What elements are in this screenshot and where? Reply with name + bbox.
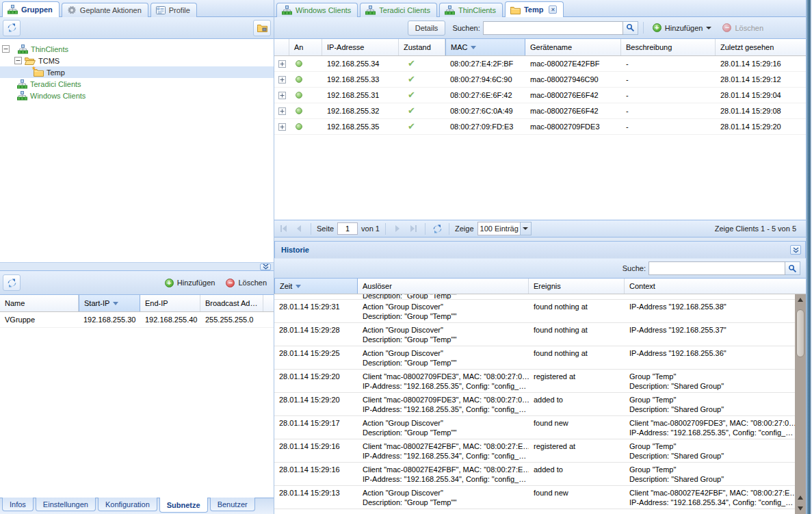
history-event: found nothing at bbox=[529, 300, 625, 322]
row-expander[interactable] bbox=[274, 119, 289, 134]
column-header-beschreibung[interactable]: Beschreibung bbox=[621, 39, 716, 55]
column-header-an[interactable]: An bbox=[289, 39, 322, 55]
column-header-end-ip[interactable]: End-IP bbox=[140, 295, 200, 311]
expand-plus-icon[interactable] bbox=[278, 107, 286, 115]
combo-trigger-button[interactable] bbox=[520, 222, 532, 235]
last-page-button[interactable] bbox=[407, 222, 419, 235]
plus-circle-icon: + bbox=[653, 23, 662, 32]
search-button[interactable] bbox=[623, 21, 638, 35]
history-event: added to bbox=[529, 393, 625, 415]
arrow-up-icon bbox=[798, 496, 803, 500]
tree-item-thinclients[interactable]: ThinClients bbox=[0, 43, 274, 55]
subnet-row[interactable]: VGruppe 192.168.255.30 192.168.255.40 25… bbox=[0, 312, 274, 328]
tree-item-temp[interactable]: ★ Temp bbox=[0, 66, 274, 78]
tree-item-windows-clients[interactable]: Windows Clients bbox=[0, 90, 274, 101]
expand-plus-icon[interactable] bbox=[278, 123, 286, 131]
collapse-minus-icon[interactable] bbox=[14, 57, 22, 64]
next-page-button[interactable] bbox=[391, 222, 404, 235]
history-row[interactable]: 28.01.14 15:29:17 Action "Group Discover… bbox=[274, 416, 795, 439]
client-row[interactable]: 192.168.255.35 ✔ 08:00:27:09:FD:E3 mac-0… bbox=[274, 119, 806, 135]
scroll-down-button[interactable] bbox=[795, 503, 806, 514]
column-header-broadcast[interactable]: Broadcast Ad… bbox=[200, 295, 263, 311]
add-client-button[interactable]: + Hinzufügen bbox=[649, 21, 716, 36]
delete-client-button[interactable]: − Löschen bbox=[718, 21, 768, 36]
scroll-up-button-bottom[interactable] bbox=[795, 492, 806, 503]
tab-gruppen[interactable]: Gruppen bbox=[2, 1, 60, 17]
history-row[interactable]: 28.01.14 15:29:20 Client "mac-08002709FD… bbox=[274, 393, 795, 416]
group-tree: ThinClients TCMS ★ Temp Teradici Clients bbox=[0, 39, 274, 262]
details-button[interactable]: Details bbox=[408, 21, 446, 36]
subnet-add-button[interactable]: + Hinzufügen bbox=[161, 275, 220, 290]
close-tab-icon[interactable]: × bbox=[549, 5, 557, 14]
tree-item-tcms[interactable]: TCMS bbox=[0, 55, 274, 66]
tab-thinclients[interactable]: ThinClients bbox=[439, 3, 503, 17]
tree-item-teradici-clients[interactable]: Teradici Clients bbox=[0, 78, 274, 90]
column-header-ip[interactable]: IP-Adresse bbox=[322, 39, 399, 55]
history-row[interactable]: 28.01.14 15:29:13 Action "Group Discover… bbox=[274, 486, 795, 509]
collapse-panel-button[interactable] bbox=[260, 264, 271, 270]
column-header-name[interactable]: Name bbox=[0, 295, 79, 311]
tab-geplante-aktionen[interactable]: Geplante Aktionen bbox=[62, 3, 148, 17]
history-row[interactable]: 28.01.14 15:29:20 Client "mac-08002709FD… bbox=[274, 370, 795, 393]
history-row[interactable]: 28.01.14 15:29:28 Action "Group Discover… bbox=[274, 323, 795, 346]
history-row[interactable]: 28.01.14 15:29:16 Client "mac-080027E42F… bbox=[274, 439, 795, 463]
history-search-input[interactable] bbox=[649, 261, 785, 275]
folder-options-button[interactable] bbox=[253, 20, 271, 36]
tab-teradici-clients[interactable]: Teradici Clients bbox=[360, 3, 437, 17]
history-row[interactable]: 28.01.14 15:29:25 Action "Group Discover… bbox=[274, 346, 795, 370]
column-header-zeit[interactable]: Zeit bbox=[274, 279, 358, 294]
history-search-button[interactable] bbox=[785, 261, 800, 275]
prev-page-button[interactable] bbox=[293, 222, 305, 235]
page-of-label: von 1 bbox=[361, 224, 380, 233]
historie-panel-header[interactable]: Historie bbox=[274, 241, 806, 258]
tab-infos[interactable]: Infos bbox=[2, 498, 34, 511]
tab-subnetze[interactable]: Subnetze bbox=[159, 498, 208, 513]
row-expander[interactable] bbox=[274, 56, 289, 71]
expand-plus-icon[interactable] bbox=[278, 92, 286, 99]
row-expander[interactable] bbox=[274, 72, 289, 87]
client-row[interactable]: 192.168.255.33 ✔ 08:00:27:94:6C:90 mac-0… bbox=[274, 72, 806, 88]
page-size-combo[interactable]: 100 Einträg bbox=[477, 222, 532, 235]
row-expander[interactable] bbox=[274, 88, 289, 103]
search-input[interactable] bbox=[483, 21, 623, 35]
page-number-input[interactable] bbox=[337, 222, 358, 235]
column-header-start-ip[interactable]: Start-IP bbox=[79, 295, 140, 311]
tab-konfiguration[interactable]: Konfiguration bbox=[98, 498, 157, 511]
history-row-clipped[interactable]: Description: "Group "Temp"" bbox=[274, 294, 795, 300]
column-header-ausloeser[interactable]: Auslöser bbox=[358, 279, 529, 294]
expand-plus-icon[interactable] bbox=[278, 76, 286, 83]
history-row[interactable]: 28.01.14 15:29:16 Client "mac-080027E42F… bbox=[274, 463, 795, 486]
column-header-context[interactable]: Context bbox=[625, 279, 795, 294]
scroll-up-button[interactable] bbox=[795, 294, 806, 305]
scrollbar-thumb[interactable] bbox=[796, 309, 804, 357]
tab-benutzer[interactable]: Benutzer bbox=[210, 498, 255, 511]
collapse-minus-icon[interactable] bbox=[2, 45, 10, 53]
tab-temp[interactable]: Temp × bbox=[505, 1, 564, 17]
client-row[interactable]: 192.168.255.34 ✔ 08:00:27:E4:2F:BF mac-0… bbox=[274, 56, 806, 72]
profile-icon bbox=[156, 6, 166, 14]
first-page-button[interactable] bbox=[277, 222, 289, 235]
collapsed-east-splitter[interactable] bbox=[807, 0, 811, 514]
tab-windows-clients[interactable]: Windows Clients bbox=[276, 3, 358, 17]
column-header-zuletzt-gesehen[interactable]: Zuletzt gesehen bbox=[716, 39, 806, 55]
client-row[interactable]: 192.168.255.32 ✔ 08:00:27:6C:0A:49 mac-0… bbox=[274, 103, 806, 119]
column-header-geraetename[interactable]: Gerätename bbox=[525, 39, 621, 55]
column-header-mac[interactable]: MAC bbox=[445, 39, 525, 55]
row-expander[interactable] bbox=[274, 103, 289, 118]
history-row[interactable]: 28.01.14 15:29:31 Action "Group Discover… bbox=[274, 300, 795, 323]
horizontal-splitter[interactable] bbox=[0, 262, 274, 270]
tab-einstellungen[interactable]: Einstellungen bbox=[36, 498, 96, 511]
refresh-button[interactable] bbox=[3, 20, 21, 36]
tab-profile[interactable]: Profile bbox=[150, 3, 197, 17]
expand-plus-icon[interactable] bbox=[278, 60, 286, 68]
client-row[interactable]: 192.168.255.31 ✔ 08:00:27:6E:6F:42 mac-0… bbox=[274, 88, 806, 103]
column-header-ereignis[interactable]: Ereignis bbox=[529, 279, 625, 294]
collapse-historie-button[interactable] bbox=[790, 245, 801, 255]
refresh-button[interactable] bbox=[3, 274, 21, 291]
arrow-down-icon bbox=[798, 506, 803, 511]
subnet-delete-button[interactable]: − Löschen bbox=[222, 275, 271, 290]
refresh-button[interactable] bbox=[431, 222, 443, 235]
minus-circle-icon: − bbox=[722, 23, 731, 32]
column-header-zustand[interactable]: Zustand bbox=[399, 39, 445, 55]
history-scrollbar[interactable] bbox=[795, 294, 806, 514]
